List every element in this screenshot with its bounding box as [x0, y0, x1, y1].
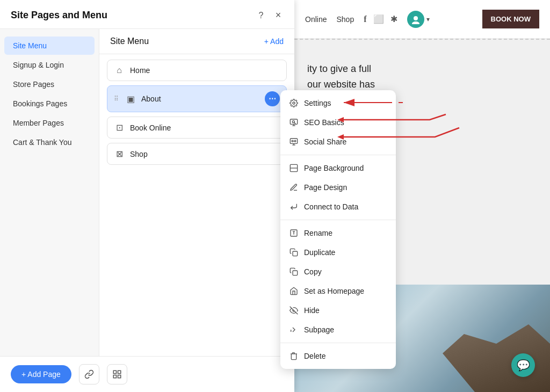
book-now-button[interactable]: BOOK NOW: [482, 10, 539, 28]
add-page-button[interactable]: + Add Page: [11, 365, 71, 383]
modal-title: Site Pages and Menu: [11, 10, 107, 21]
menu-item-set-homepage-label: Set as Homepage: [304, 287, 364, 295]
menu-divider-3: [280, 343, 396, 343]
link-icon-button[interactable]: [79, 364, 99, 384]
page-item-book-online-label: Book Online: [130, 124, 280, 132]
menu-item-connect-to-data-label: Connect to Data: [304, 202, 358, 211]
delete-icon: [289, 351, 299, 361]
social-share-icon: [289, 137, 299, 147]
set-homepage-icon: [289, 286, 299, 296]
duplicate-icon: [289, 248, 299, 257]
bg-nav-online: Online: [305, 15, 327, 24]
svg-point-10: [292, 121, 294, 123]
connect-to-data-icon: [289, 202, 299, 212]
menu-item-rename-label: Rename: [304, 229, 332, 237]
bg-nav-social: f ⬜ ✱: [364, 14, 397, 24]
svg-point-1: [412, 21, 419, 24]
about-action-icon: ⋯: [269, 95, 276, 103]
menu-divider-2: [280, 220, 396, 220]
svg-rect-17: [293, 251, 298, 256]
svg-point-14: [294, 140, 296, 142]
modal-header: Site Pages and Menu ? ×: [0, 0, 294, 29]
menu-icon-button[interactable]: [107, 364, 127, 384]
menu-item-copy[interactable]: Copy: [280, 262, 396, 281]
sidebar-item-bookings-pages[interactable]: Bookings Pages: [4, 95, 95, 113]
yelp-icon: ✱: [390, 14, 397, 24]
svg-rect-5: [118, 375, 120, 378]
svg-line-11: [294, 122, 295, 124]
close-icon[interactable]: ×: [273, 10, 284, 21]
svg-rect-18: [293, 271, 298, 275]
shop-page-icon: ⊠: [114, 149, 125, 159]
home-page-icon: ⌂: [114, 66, 125, 75]
sidebar-item-site-menu[interactable]: Site Menu: [4, 37, 95, 55]
add-page-link[interactable]: + Add: [264, 37, 284, 46]
svg-rect-2: [113, 371, 116, 373]
page-item-home[interactable]: ⌂ Home: [107, 60, 287, 81]
menu-item-settings-label: Settings: [304, 99, 331, 107]
menu-item-social-share[interactable]: Social Share: [280, 132, 396, 151]
bg-navbar: Online Shop f ⬜ ✱ ▾ BOOK NOW: [294, 0, 550, 39]
sidebar-nav: Site Menu Signup & Login Store Pages Boo…: [0, 29, 99, 356]
bg-text-line1: ity to give a full: [307, 61, 537, 77]
menu-item-page-design[interactable]: Page Design: [280, 178, 396, 197]
subpage-icon: [289, 325, 299, 335]
about-page-action-button[interactable]: ⋯: [265, 91, 280, 106]
menu-item-rename[interactable]: Rename: [280, 223, 396, 243]
svg-point-0: [414, 16, 418, 20]
bg-rocks: [443, 295, 550, 392]
menu-item-social-share-label: Social Share: [304, 137, 346, 146]
page-item-home-label: Home: [130, 66, 280, 75]
pages-list: ⌂ Home ⠿ ▣ About ⋯ ⊡ Book Online: [99, 54, 294, 356]
svg-rect-7: [290, 119, 297, 124]
svg-point-6: [293, 102, 295, 104]
menu-item-page-design-label: Page Design: [304, 183, 347, 192]
site-pages-modal: Site Pages and Menu ? × Site Menu Signup…: [0, 0, 294, 392]
menu-item-seo-basics[interactable]: SEO Basics: [280, 113, 396, 132]
seo-basics-icon: [289, 118, 299, 127]
facebook-icon: f: [364, 14, 366, 24]
menu-item-duplicate-label: Duplicate: [304, 248, 335, 257]
menu-divider-1: [280, 155, 396, 155]
hide-icon: [289, 306, 299, 315]
bg-nav-shop: Shop: [336, 15, 354, 24]
menu-item-page-background[interactable]: Page Background: [280, 158, 396, 178]
rename-icon: [289, 228, 299, 238]
page-item-about-label: About: [141, 95, 259, 103]
page-item-shop[interactable]: ⊠ Shop: [107, 143, 287, 165]
svg-rect-4: [113, 375, 116, 378]
about-page-icon: ▣: [125, 94, 136, 104]
page-background-icon: [289, 163, 299, 173]
sidebar-item-store-pages[interactable]: Store Pages: [4, 75, 95, 93]
help-icon[interactable]: ?: [256, 10, 266, 21]
menu-item-duplicate[interactable]: Duplicate: [280, 243, 396, 262]
modal-footer: + Add Page: [0, 356, 294, 392]
menu-item-delete[interactable]: Delete: [280, 346, 396, 366]
page-item-shop-label: Shop: [130, 150, 280, 158]
menu-item-subpage[interactable]: Subpage: [280, 320, 396, 339]
menu-item-subpage-label: Subpage: [304, 325, 334, 334]
menu-item-set-homepage[interactable]: Set as Homepage: [280, 281, 396, 301]
sidebar-item-member-pages[interactable]: Member Pages: [4, 114, 95, 132]
menu-item-seo-basics-label: SEO Basics: [304, 118, 344, 127]
menu-item-connect-to-data[interactable]: Connect to Data: [280, 197, 396, 216]
settings-icon: [289, 98, 299, 108]
sidebar-item-signup-login[interactable]: Signup & Login: [4, 56, 95, 74]
menu-item-hide[interactable]: Hide: [280, 301, 396, 320]
page-item-book-online[interactable]: ⊡ Book Online: [107, 117, 287, 139]
sidebar-item-cart-thank-you[interactable]: Cart & Thank You: [4, 133, 95, 151]
bg-nav-user: ▾: [407, 11, 430, 28]
page-item-about[interactable]: ⠿ ▣ About ⋯: [107, 85, 287, 112]
menu-item-copy-label: Copy: [304, 267, 322, 276]
book-online-page-icon: ⊡: [114, 122, 125, 133]
modal-body: Site Menu Signup & Login Store Pages Boo…: [0, 29, 294, 356]
menu-item-settings[interactable]: Settings: [280, 93, 396, 113]
context-menu: Settings SEO Basics Social Share Page Ba…: [280, 90, 396, 369]
drag-handle-about: ⠿: [114, 95, 119, 103]
instagram-icon: ⬜: [373, 14, 384, 24]
chat-bubble-button[interactable]: 💬: [511, 353, 535, 377]
svg-point-13: [292, 140, 293, 142]
content-header: Site Menu + Add: [99, 29, 294, 54]
copy-icon: [289, 267, 299, 277]
content-area: Site Menu + Add ⌂ Home ⠿ ▣ About ⋯: [99, 29, 294, 356]
